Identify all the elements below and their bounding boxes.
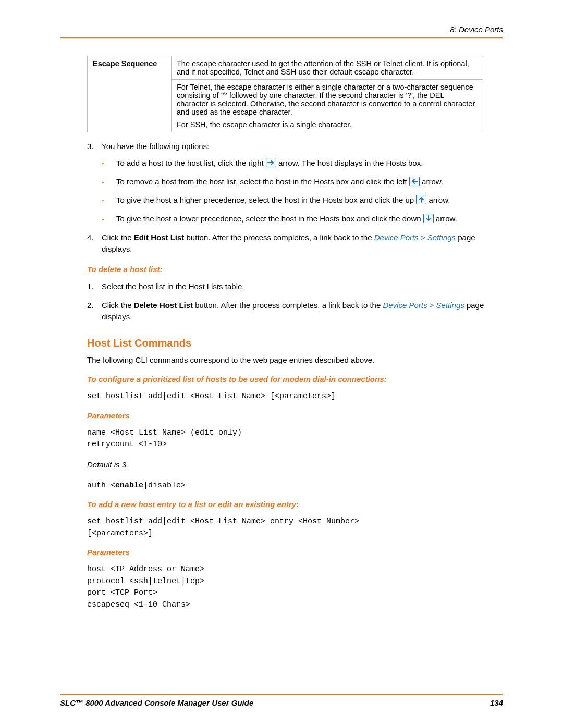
parameters-heading: Parameters xyxy=(87,411,503,420)
arrow-up-icon xyxy=(416,195,426,204)
arrow-right-icon xyxy=(266,158,276,167)
step3-bullets: To add a host to the host list, click th… xyxy=(102,157,503,225)
page-footer: SLC™ 8000 Advanced Console Manager User … xyxy=(60,694,503,707)
delete-steps: Select the host list in the Host Lists t… xyxy=(60,281,503,322)
parameters-code-2: host <IP Address or Name> protocol <ssh|… xyxy=(87,564,503,611)
table-label: Escape Sequence xyxy=(88,56,172,132)
add-host-code: set hostlist add|edit <Host List Name> e… xyxy=(87,516,503,539)
step-4: Click the Edit Host List button. After t… xyxy=(87,232,503,255)
delete-host-list-heading: To delete a host list: xyxy=(87,265,503,274)
device-ports-settings-link[interactable]: Device Ports > Settings xyxy=(383,301,464,310)
arrow-down-icon xyxy=(423,214,434,223)
device-ports-settings-link[interactable]: Device Ports > Settings xyxy=(374,233,456,242)
hlc-intro: The following CLI commands correspond to… xyxy=(87,354,503,366)
delete-step-1: Select the host list in the Host Lists t… xyxy=(87,281,503,292)
parameters-code: name <Host List Name> (edit only) retryc… xyxy=(87,427,503,451)
delete-host-list-label: Delete Host List xyxy=(134,301,193,310)
bullet-lower-precedence: To give the host a lower precedence, sel… xyxy=(102,213,503,225)
bullet-remove-host: To remove a host from the host list, sel… xyxy=(102,176,503,188)
edit-host-list-label: Edit Host List xyxy=(134,233,185,242)
page-header: 8: Device Ports xyxy=(60,25,503,38)
table-p1: The escape character used to get the att… xyxy=(177,59,478,76)
steps-list: You have the following options: To add a… xyxy=(60,141,503,254)
step3-intro: You have the following options: xyxy=(102,142,209,151)
table-cell: The escape character used to get the att… xyxy=(172,56,483,80)
default-note: Default is 3. xyxy=(87,459,503,471)
bullet-higher-precedence: To give the host a higher precedence, se… xyxy=(102,194,503,206)
add-host-entry-heading: To add a new host entry to a list or edi… xyxy=(87,500,503,509)
table-p2: For Telnet, the escape character is eith… xyxy=(177,83,478,116)
configure-code: set hostlist add|edit <Host List Name> [… xyxy=(87,391,503,403)
table-p3: For SSH, the escape character is a singl… xyxy=(177,120,478,129)
configure-hosts-heading: To configure a prioritized list of hosts… xyxy=(87,375,503,384)
footer-title: SLC™ 8000 Advanced Console Manager User … xyxy=(60,698,253,707)
table-cell: For Telnet, the escape character is eith… xyxy=(172,80,483,132)
header-chapter: 8: Device Ports xyxy=(450,25,503,34)
auth-code: auth <enable|disable> xyxy=(87,480,503,492)
page-number: 134 xyxy=(490,698,503,707)
step-3: You have the following options: To add a… xyxy=(87,141,503,225)
bullet-add-host: To add a host to the host list, click th… xyxy=(102,157,503,169)
host-list-commands-heading: Host List Commands xyxy=(87,337,503,349)
delete-step-2: Click the Delete Host List button. After… xyxy=(87,300,503,323)
escape-sequence-table: Escape Sequence The escape character use… xyxy=(87,56,483,132)
arrow-left-icon xyxy=(409,177,420,186)
parameters-heading-2: Parameters xyxy=(87,548,503,557)
